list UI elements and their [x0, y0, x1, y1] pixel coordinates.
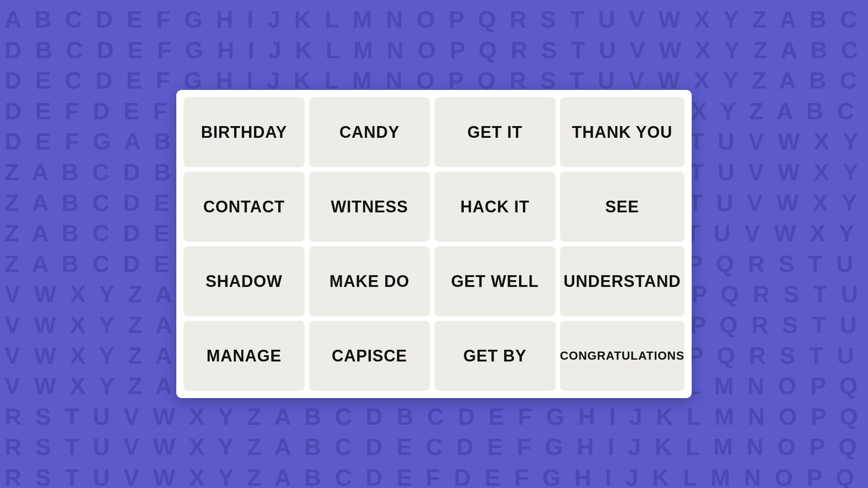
- cell-manage[interactable]: MANAGE: [184, 321, 305, 391]
- cell-capisce[interactable]: CAPISCE: [309, 321, 430, 391]
- cell-label-shadow: SHADOW: [206, 272, 283, 291]
- cell-label-candy: CANDY: [340, 123, 400, 142]
- cell-label-congratulations: CONGRATULATIONS: [560, 349, 684, 363]
- cell-hack-it[interactable]: HACK IT: [434, 172, 556, 242]
- cell-birthday[interactable]: BIRTHDAY: [184, 97, 305, 167]
- cell-contact[interactable]: CONTACT: [184, 172, 305, 242]
- cell-congratulations[interactable]: CONGRATULATIONS: [560, 321, 684, 391]
- cell-label-manage: MANAGE: [207, 347, 282, 366]
- cell-witness[interactable]: WITNESS: [309, 172, 430, 242]
- cell-label-contact: CONTACT: [203, 197, 285, 216]
- cell-get-well[interactable]: GET WELL: [434, 246, 556, 316]
- card-panel: BIRTHDAYCANDYGET ITTHANK YOUCONTACTWITNE…: [176, 90, 692, 398]
- cell-label-make-do: MAKE DO: [330, 272, 410, 291]
- cell-thank-you[interactable]: THANK YOU: [560, 97, 684, 167]
- cell-label-see: SEE: [605, 197, 639, 216]
- cell-label-get-well: GET WELL: [451, 272, 539, 291]
- cell-label-get-by: GET BY: [463, 347, 527, 366]
- cell-see[interactable]: SEE: [560, 172, 684, 242]
- cell-shadow[interactable]: SHADOW: [184, 246, 305, 316]
- cell-get-it[interactable]: GET IT: [434, 97, 556, 167]
- cell-label-birthday: BIRTHDAY: [201, 123, 287, 142]
- cell-label-witness: WITNESS: [331, 197, 408, 216]
- cell-label-capisce: CAPISCE: [332, 347, 407, 366]
- word-grid: BIRTHDAYCANDYGET ITTHANK YOUCONTACTWITNE…: [184, 97, 684, 391]
- cell-label-thank-you: THANK YOU: [572, 123, 672, 142]
- cell-make-do[interactable]: MAKE DO: [309, 246, 430, 316]
- cell-label-hack-it: HACK IT: [460, 197, 529, 216]
- cell-label-understand: UNDERSTAND: [564, 272, 681, 291]
- cell-get-by[interactable]: GET BY: [434, 321, 556, 391]
- cell-understand[interactable]: UNDERSTAND: [560, 246, 684, 316]
- cell-label-get-it: GET IT: [467, 123, 523, 142]
- cell-candy[interactable]: CANDY: [309, 97, 430, 167]
